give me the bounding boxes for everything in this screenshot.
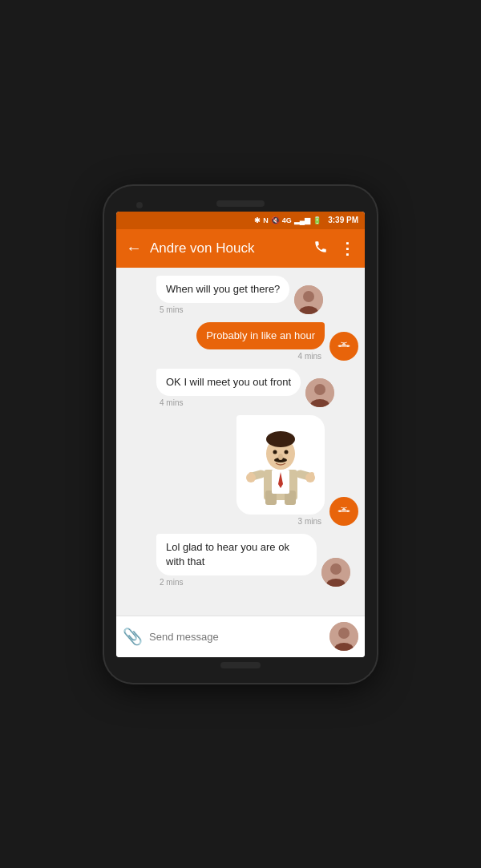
status-bar: ✱ N 🔇 4G ▂▄▆ 🔋 3:39 PM: [116, 212, 365, 229]
outgoing-message-text: Probably in like an hour: [206, 329, 315, 341]
message-bubble: When will you get there?: [156, 276, 289, 303]
bluetooth-icon: ✱: [254, 216, 261, 224]
avatar-spacer: [123, 285, 152, 314]
phone-call-icon[interactable]: [313, 240, 328, 257]
svg-point-30: [285, 450, 289, 454]
mute-icon: 🔇: [271, 216, 280, 224]
message-row-2: OK I will meet you out front 4 mins: [123, 369, 358, 407]
signal-icon: ▂▄▆: [294, 216, 310, 224]
message-timestamp-3: 2 mins: [156, 578, 317, 587]
receiver-avatar-2: [305, 378, 334, 407]
message-text: When will you get there?: [166, 283, 280, 295]
battery-icon: 🔋: [313, 216, 321, 224]
message-input[interactable]: [149, 622, 323, 651]
input-avatar: [329, 622, 358, 651]
nfc-icon: N: [263, 216, 269, 224]
app-bar-actions: ⋮: [313, 239, 355, 258]
message-row-3: Lol glad to hear you are ok with that 2 …: [123, 534, 358, 587]
svg-point-32: [278, 454, 283, 460]
message-bubble-3: Lol glad to hear you are ok with that: [156, 534, 317, 575]
receiver-avatar-3: [321, 558, 350, 587]
more-options-icon[interactable]: ⋮: [339, 239, 355, 258]
bubble-wrap-2: OK I will meet you out front 4 mins: [156, 369, 301, 407]
message-timestamp-2: 4 mins: [156, 398, 301, 407]
message-text-2: OK I will meet you out front: [166, 376, 291, 388]
svg-point-28: [266, 431, 295, 447]
outgoing-timestamp: 4 mins: [295, 352, 325, 361]
back-button[interactable]: ←: [126, 239, 142, 257]
sender-avatar-2: [329, 497, 358, 526]
svg-rect-24: [249, 472, 253, 478]
status-icons: ✱ N 🔇 4G ▂▄▆ 🔋: [254, 216, 321, 224]
message-row-outgoing: Probably in like an hour 4 mins: [123, 322, 358, 361]
phone-screen: ✱ N 🔇 4G ▂▄▆ 🔋 3:39 PM ← Andre von Houck…: [116, 212, 365, 657]
svg-point-1: [303, 291, 314, 302]
input-area: 📎: [116, 616, 365, 657]
svg-point-9: [314, 384, 325, 395]
bubble-wrap-outgoing: Probably in like an hour 4 mins: [196, 322, 325, 361]
message-row-sticker: 3 mins: [123, 415, 358, 526]
app-bar: ← Andre von Houck ⋮: [116, 229, 365, 268]
attach-icon[interactable]: 📎: [123, 627, 143, 646]
sticker-wrap: 3 mins: [236, 415, 325, 526]
outgoing-bubble: Probably in like an hour: [196, 322, 325, 349]
phone-speaker: [216, 200, 265, 207]
bubble-wrap-3: Lol glad to hear you are ok with that 2 …: [156, 534, 317, 587]
home-button[interactable]: [220, 662, 261, 668]
phone-device: ✱ N 🔇 4G ▂▄▆ 🔋 3:39 PM ← Andre von Houck…: [104, 186, 377, 683]
svg-point-6: [347, 345, 349, 346]
svg-point-34: [330, 563, 342, 575]
phone-bottom-bar: [220, 662, 261, 668]
receiver-avatar: [294, 285, 323, 314]
borat-sticker: [241, 420, 320, 507]
bubble-wrap: When will you get there? 5 mins: [156, 276, 289, 314]
svg-point-13: [339, 511, 341, 512]
status-time: 3:39 PM: [328, 216, 358, 224]
svg-rect-26: [309, 472, 314, 478]
sticker-timestamp: 3 mins: [295, 517, 325, 526]
avatar-spacer-3: [123, 558, 152, 587]
svg-point-14: [347, 511, 349, 512]
svg-point-5: [339, 345, 341, 346]
sender-avatar: [329, 332, 358, 361]
svg-point-37: [338, 628, 350, 639]
data-icon: 4G: [282, 216, 292, 224]
message-timestamp: 5 mins: [156, 305, 289, 314]
avatar-spacer-2: [123, 378, 152, 407]
phone-top: [112, 200, 369, 207]
messages-area: When will you get there? 5 mins: [116, 268, 365, 616]
svg-point-29: [273, 450, 277, 454]
message-row: When will you get there? 5 mins: [123, 276, 358, 314]
contact-name: Andre von Houck: [150, 240, 305, 256]
message-text-3: Lol glad to hear you are ok with that: [166, 541, 289, 567]
camera-dot: [136, 202, 143, 208]
message-bubble-2: OK I will meet you out front: [156, 369, 301, 396]
